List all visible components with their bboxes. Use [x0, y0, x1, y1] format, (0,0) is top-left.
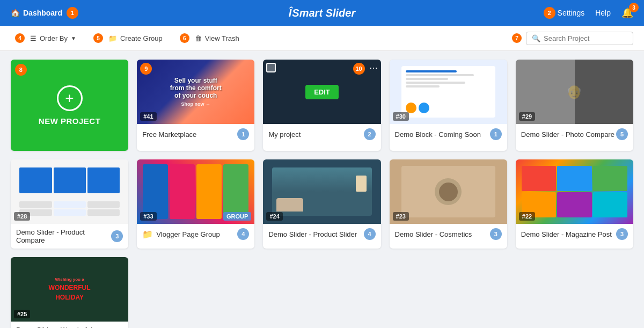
pc-cell-4 — [19, 201, 52, 208]
card-count-photo-compare: 5 — [616, 128, 628, 140]
create-group-button[interactable]: 5 📁 Create Group — [89, 31, 167, 45]
project-card-magazine[interactable]: #22 Demo Slider - Magazine Post 3 — [516, 159, 633, 249]
card-thumb-holiday: Wishing you aWONDERFULHOLIDAY #25 — [11, 257, 128, 322]
settings-label: Settings — [558, 9, 585, 17]
card-thumb-marketplace: 9 Sell your stufffrom the comfortof your… — [137, 60, 254, 124]
pc-cell-9 — [87, 209, 120, 216]
coming-soon-mockup — [401, 66, 495, 118]
search-input[interactable] — [544, 34, 627, 42]
card-id-product-slider: #24 — [266, 212, 282, 221]
card-title-marketplace: Free Marketplace — [142, 130, 237, 139]
project-card-cosmetics[interactable]: #23 Demo Slider - Cosmetics 3 — [390, 159, 507, 249]
chevron-down-icon: ▼ — [71, 35, 76, 41]
lamp — [356, 176, 367, 192]
mag-cell-3 — [593, 166, 627, 191]
project-card-product-compare[interactable]: #28 Demo Slider - Product Compare 3 — [11, 159, 128, 249]
project-card-vlogger[interactable]: #33 GROUP 📁 Vlogger Page Group 4 — [137, 159, 254, 249]
card-thumb-product-compare: #28 — [11, 159, 128, 224]
trash-icon: 🗑 — [195, 34, 202, 42]
toolbar-right: 7 🔍 — [512, 32, 633, 45]
dashboard-label: Dashboard — [23, 9, 62, 17]
project-card-marketplace[interactable]: 9 Sell your stufffrom the comfortof your… — [137, 60, 254, 151]
card-title-vlogger: Vlogger Page Group — [156, 230, 237, 238]
card-id-holiday: #25 — [14, 310, 30, 318]
card-info-cosmetics: Demo Slider - Cosmetics 3 — [390, 224, 507, 244]
pc-cell-3 — [87, 167, 120, 193]
card-title-product-slider: Demo Slider - Product Slider — [268, 230, 363, 238]
card-id-coming-soon: #30 — [393, 112, 409, 121]
pc-cell-2 — [54, 167, 86, 193]
header: 🏠 Dashboard 1 Î Smart Slider 2 Settings … — [0, 0, 644, 26]
card-count-vlogger: 4 — [237, 228, 249, 240]
projects-row-3: Wishing you aWONDERFULHOLIDAY #25 Demo S… — [11, 257, 633, 328]
holiday-content: Wishing you aWONDERFULHOLIDAY — [49, 276, 91, 302]
card-title-myproject: My project — [268, 130, 363, 139]
card-info-marketplace: Free Marketplace 1 — [137, 124, 254, 144]
anno-10: 10 — [353, 63, 365, 75]
card-title-holiday: Demo Slider - Wonderful Holiday — [16, 326, 111, 328]
vlogger-title-wrap: 📁 Vlogger Page Group — [142, 229, 237, 239]
anno-1: 1 — [67, 7, 78, 19]
dashboard-button[interactable]: 🏠 Dashboard 1 — [11, 7, 78, 19]
anno-5: 5 — [93, 33, 103, 43]
project-card-photo-compare[interactable]: 👴 #29 Demo Slider - Photo Compare 5 — [516, 60, 633, 151]
anno-6: 6 — [180, 33, 189, 43]
folder-icon-vlogger: 📁 — [142, 229, 153, 239]
card-title-product-compare: Demo Slider - Product Compare — [16, 228, 111, 244]
card-id-cosmetics: #23 — [393, 212, 409, 221]
card-thumb-cosmetics: #23 — [390, 159, 507, 224]
vlogger-block-1 — [143, 164, 168, 219]
card-info-magazine: Demo Slider - Magazine Post 3 — [516, 224, 633, 244]
new-project-label: NEW PROJECT — [39, 116, 101, 126]
help-label: Help — [595, 9, 611, 17]
card-title-magazine: Demo Slider - Magazine Post — [521, 230, 616, 238]
mag-cell-2 — [557, 166, 591, 191]
anno-7: 7 — [512, 33, 522, 43]
card-checkbox-myproject[interactable] — [266, 63, 276, 72]
card-thumb-magazine: #22 — [516, 159, 633, 224]
card-count-product-compare: 3 — [111, 230, 123, 242]
notification-bell[interactable]: 🔔 3 — [621, 7, 633, 19]
order-by-button[interactable]: 4 ☰ Order By ▼ — [11, 31, 80, 45]
project-card-myproject[interactable]: 10 ⋯ EDIT My project 2 — [263, 60, 380, 151]
card-title-cosmetics: Demo Slider - Cosmetics — [395, 230, 490, 238]
toolbar: 4 ☰ Order By ▼ 5 📁 Create Group 6 🗑 View… — [0, 26, 644, 51]
edit-button-overlay[interactable]: EDIT — [305, 85, 339, 99]
anno-2: 2 — [544, 7, 555, 19]
project-card-coming-soon[interactable]: #30 Demo Block - Coming Soon 1 — [390, 60, 507, 151]
help-link[interactable]: Help — [595, 9, 611, 17]
project-card-holiday[interactable]: Wishing you aWONDERFULHOLIDAY #25 Demo S… — [11, 257, 128, 328]
view-trash-button[interactable]: 6 🗑 View Trash — [175, 31, 244, 45]
mag-cell-1 — [522, 166, 556, 191]
main-content: 8 + NEW PROJECT 9 Sell your stufffrom th… — [0, 51, 644, 328]
search-box[interactable]: 🔍 — [526, 32, 633, 45]
logo-i: Î — [289, 7, 292, 19]
card-count-marketplace: 1 — [237, 128, 249, 140]
card-id-product-compare: #28 — [14, 212, 30, 221]
card-thumb-photo-compare: 👴 #29 — [516, 60, 633, 124]
card-info-product-compare: Demo Slider - Product Compare 3 — [11, 224, 128, 249]
app-logo: Î Smart Slider — [289, 7, 355, 19]
card-info-myproject: My project 2 — [263, 124, 380, 144]
card-id-marketplace: #41 — [140, 112, 156, 121]
project-card-product-slider[interactable]: #24 Demo Slider - Product Slider 4 — [263, 159, 380, 249]
pc-cell-6 — [87, 201, 120, 208]
anno-4: 4 — [15, 33, 25, 43]
marketplace-text: Sell your stufffrom the comfortof your c… — [170, 77, 222, 99]
anno-3: 3 — [629, 3, 639, 12]
card-info-product-slider: Demo Slider - Product Slider 4 — [263, 224, 380, 244]
view-trash-label: View Trash — [205, 34, 239, 42]
new-project-card[interactable]: 8 + NEW PROJECT — [11, 60, 128, 151]
bed-shape — [276, 198, 303, 212]
mag-cell-5 — [557, 192, 591, 217]
card-count-cosmetics: 3 — [490, 228, 502, 240]
settings-link[interactable]: 2 Settings — [544, 7, 585, 19]
person-silhouette: 👴 — [566, 84, 582, 99]
card-thumb-vlogger: #33 GROUP — [137, 159, 254, 224]
product-compare-grid — [19, 167, 119, 216]
card-thumb-myproject: 10 ⋯ EDIT — [263, 60, 380, 124]
card-id-vlogger: #33 — [140, 212, 156, 221]
create-group-label: Create Group — [120, 34, 163, 42]
three-dots-menu[interactable]: ⋯ — [369, 63, 378, 73]
card-info-vlogger: 📁 Vlogger Page Group 4 — [137, 224, 254, 244]
